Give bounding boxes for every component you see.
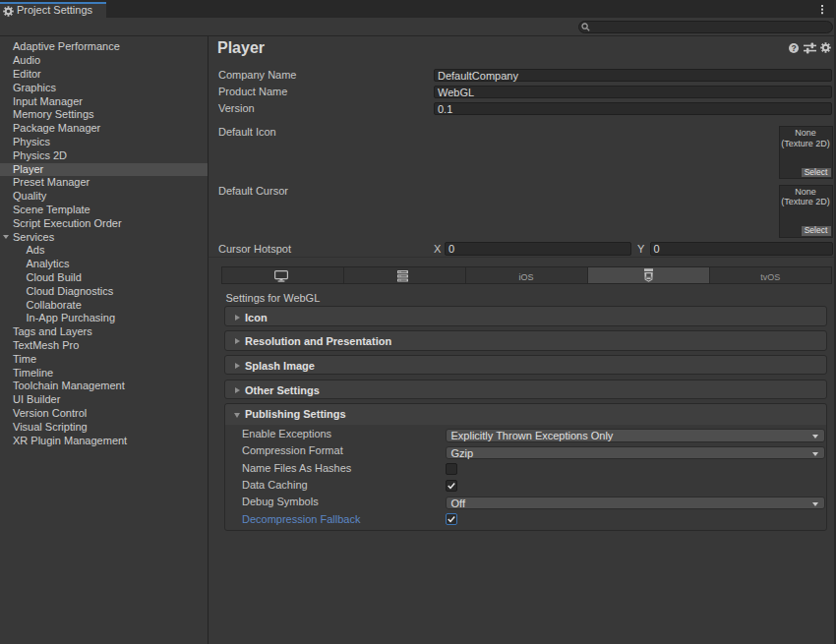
- svg-text:?: ?: [791, 43, 796, 53]
